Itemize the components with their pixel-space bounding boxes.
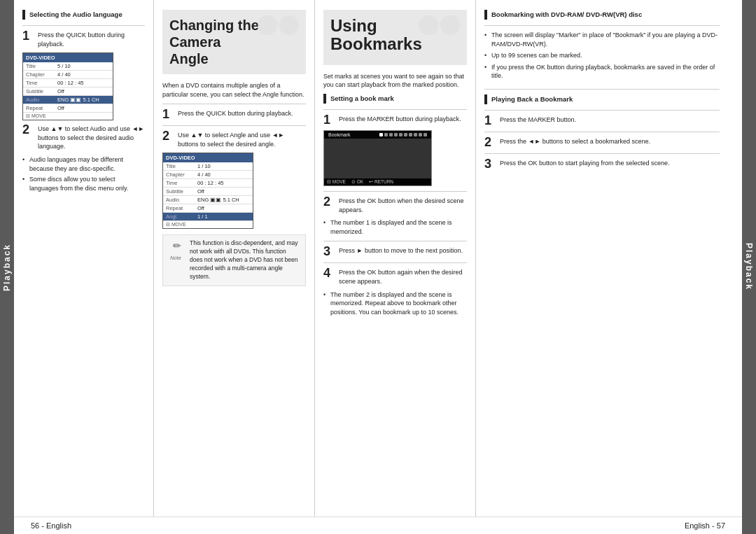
sidebar-right: Playback	[742, 0, 756, 534]
bookmark-return: ↩ RETURN	[369, 179, 393, 185]
dvd-row-time-2: Time 00 : 12 : 45	[163, 179, 253, 188]
sidebar-left: Playback	[0, 0, 14, 534]
dvdram-bullet-1: The screen will display "Marker" in plac…	[484, 31, 720, 48]
note-text-angle: This function is disc-dependent, and may…	[190, 239, 300, 281]
sidebar-right-label: Playback	[744, 243, 754, 290]
step-num-2-angle: 2	[162, 129, 174, 142]
bookmark-dot-7	[409, 133, 412, 136]
step-1-angle: 1 Press the QUICK button during playback…	[162, 109, 306, 120]
dvd-row-subtitle-2: Subtitle Off	[163, 188, 253, 196]
dvd-ram-heading: Bookmarking with DVD-RAM/ DVD-RW(VR) dis…	[484, 10, 720, 20]
heading-bar	[22, 10, 25, 20]
heading-bar-bm	[323, 94, 326, 104]
step-num-2-playback: 2	[484, 136, 496, 148]
col-audio-language: Selecting the Audio language 1 Press the…	[14, 0, 154, 517]
bookmark-ok: ⊙ OK	[351, 179, 363, 185]
dvdram-bullet-3: If you press the OK button during playba…	[484, 63, 720, 80]
step-4-bm: 4 Press the OK button again when the des…	[323, 268, 467, 286]
bullet-1-bm: The number 1 is displayed and the scene …	[323, 218, 467, 236]
bookmark-dot-8	[414, 133, 417, 136]
dvd-row-repeat-1: Repeat Off	[23, 104, 113, 113]
step-2-bm: 2 Press the OK button when the desired s…	[323, 197, 467, 214]
camera-angle-desc: When a DVD contains multiple angles of a…	[162, 81, 306, 99]
dvd-row-title-2: Title 1 / 10	[163, 162, 253, 171]
bookmark-bar: Bookmark	[324, 131, 431, 139]
camera-angle-title-2: Angle	[169, 50, 299, 67]
dvd-screen-2: DVD-VIDEO Title 1 / 10 Chapter 4 / 40 Ti…	[162, 153, 253, 229]
col-bookmarking-info: Bookmarking with DVD-RAM/ DVD-RW(VR) dis…	[476, 0, 728, 517]
step-text-1-bm: Press the MARKER button during playback.	[339, 115, 467, 124]
step-1-audio: 1 Press the QUICK button during playback…	[22, 31, 145, 48]
setting-bookmark-heading: Setting a book mark	[323, 94, 467, 104]
bookmarks-title-area: Using Bookmarks	[323, 10, 467, 65]
note-pencil-icon: ✏	[173, 239, 181, 253]
step-num-1-bm: 1	[323, 113, 335, 126]
dvd-ram-heading-text: Bookmarking with DVD-RAM/ DVD-RW(VR) dis…	[491, 10, 642, 18]
footer: 56 - English English - 57	[14, 517, 742, 534]
step-1-playback: 1 Press the MARKER button.	[484, 115, 720, 127]
dvd-row-audio-1: Audio ENG ▣▣ 5.1 CH	[23, 96, 113, 104]
bullet-2-audio: Some discs allow you to select languages…	[22, 175, 145, 192]
dvd-row-title-1: Title 5 / 10	[23, 62, 113, 71]
bookmark-dot-5	[399, 133, 402, 136]
heading-bar-playback	[484, 94, 487, 104]
dvd-footer-2: ⊟ MOVE	[163, 221, 253, 228]
bookmark-dot-1	[379, 133, 383, 136]
step-text-2-playback: Press the ◄► buttons to select a bookmar…	[500, 137, 720, 146]
step-num-4-bm: 4	[323, 267, 335, 279]
main-content: Selecting the Audio language 1 Press the…	[14, 0, 742, 534]
step-text-3-bm: Press ► button to move to the next posit…	[339, 246, 467, 255]
step-text-3-playback: Press the OK button to start playing fro…	[500, 159, 720, 168]
audio-language-heading: Selecting the Audio language	[22, 10, 145, 20]
bookmark-footer: ⊟ MOVE ⊙ OK ↩ RETURN	[324, 178, 431, 185]
dvd-row-angle-2: Angl. 1 / 1	[163, 213, 253, 221]
footer-left: 56 - English	[31, 521, 71, 530]
step-num-1-angle: 1	[162, 108, 174, 120]
col-camera-angle: Changing the Camera Angle When a DVD con…	[154, 0, 315, 517]
step-text-2-bm: Press the OK button when the desired sce…	[339, 197, 467, 214]
step-num-2-bm: 2	[323, 195, 335, 208]
audio-language-heading-text: Selecting the Audio language	[29, 10, 122, 18]
bookmark-move: ⊟ MOVE	[327, 179, 346, 185]
step-2-audio: 2 Use ▲▼ to select Audio and use ◄► butt…	[22, 125, 145, 151]
step-text-1: Press the QUICK button during playback.	[38, 31, 145, 48]
columns-row: Selecting the Audio language 1 Press the…	[14, 0, 742, 517]
dvd-row-subtitle-1: Subtitle Off	[23, 87, 113, 96]
page-container: Playback Selecting the Audio language 1 …	[0, 0, 756, 534]
step-3-bm: 3 Press ► button to move to the next pos…	[323, 246, 467, 258]
bookmark-dot-2	[384, 133, 388, 136]
note-box-angle: ✏ Note This function is disc-dependent, …	[162, 234, 306, 286]
dvd-row-time-1: Time 00 : 12 : 45	[23, 79, 113, 87]
bookmark-dot-4	[394, 133, 398, 136]
bookmark-label: Bookmark	[328, 132, 351, 137]
bookmark-dot-9	[419, 133, 422, 136]
bookmark-dots	[379, 133, 427, 136]
bookmarks-desc: Set marks at scenes you want to see agai…	[323, 72, 467, 90]
footer-right: English - 57	[685, 521, 725, 530]
step-text-1-playback: Press the MARKER button.	[500, 115, 720, 125]
step-num-3-bm: 3	[323, 245, 335, 258]
bookmark-dot-10	[424, 133, 427, 136]
bullet-2-bm: The number 2 is displayed and the scene …	[323, 290, 467, 317]
step-num-2: 2	[22, 123, 34, 136]
note-label: Note	[170, 255, 184, 262]
step-3-playback: 3 Press the OK button to start playing f…	[484, 159, 720, 170]
bookmark-screen-body	[324, 139, 431, 178]
dvd-row-chapter-2: Chapter 4 / 40	[163, 171, 253, 179]
bookmark-dot-6	[404, 133, 407, 136]
bookmark-dot-3	[389, 133, 393, 136]
heading-bar-dvdram	[484, 10, 487, 20]
dvd-footer-1: ⊟ MOVE	[23, 113, 113, 120]
step-num-3-playback: 3	[484, 157, 496, 170]
step-text-1-angle: Press the QUICK button during playback.	[178, 109, 306, 118]
dvd-row-audio-2: Audio ENG ▣▣ 5.1 CH	[163, 196, 253, 204]
setting-bookmark-heading-text: Setting a book mark	[330, 94, 394, 102]
dvd-screen-1: DVD-VIDEO Title 5 / 10 Chapter 4 / 40 Ti…	[22, 52, 113, 120]
title-decoration-bm	[419, 15, 460, 35]
bullet-1-audio: Audio languages may be different because…	[22, 155, 145, 173]
dvd-row-chapter-1: Chapter 4 / 40	[23, 71, 113, 79]
bookmark-screen: Bookmark	[323, 130, 432, 186]
step-2-playback: 2 Press the ◄► buttons to select a bookm…	[484, 137, 720, 148]
step-text-2: Use ▲▼ to select Audio and use ◄► button…	[38, 125, 145, 151]
title-decoration	[258, 15, 299, 35]
